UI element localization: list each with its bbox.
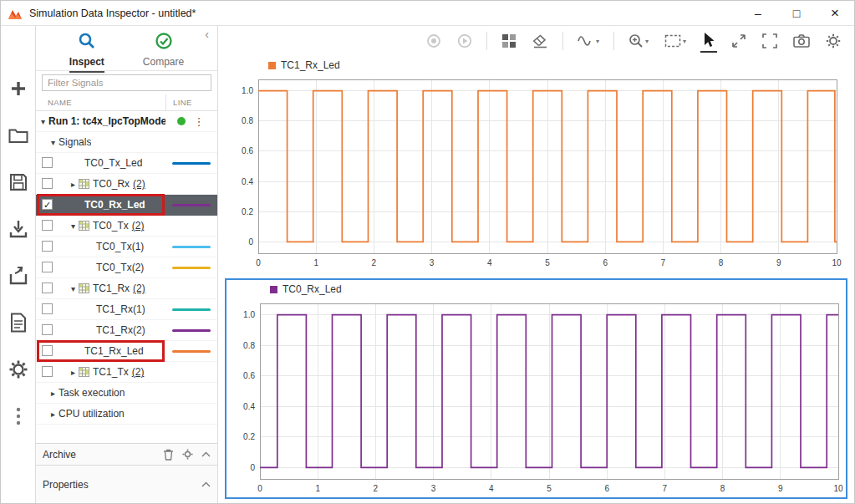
title-bar: Simulation Data Inspector - untitled* – … bbox=[1, 1, 854, 26]
svg-text:0: 0 bbox=[248, 237, 253, 247]
signal-checkbox[interactable] bbox=[42, 241, 53, 252]
signal-checkbox[interactable] bbox=[42, 178, 53, 189]
row-label: TC0_Rx bbox=[93, 178, 130, 190]
run-row[interactable]: ▾Run 1: tc4x_IpcTopModel[⋮ bbox=[36, 111, 217, 132]
chevron-up-icon[interactable] bbox=[201, 481, 211, 487]
signal-checkbox[interactable] bbox=[42, 220, 53, 231]
clear-plots-eraser-icon[interactable] bbox=[531, 32, 550, 51]
expand-arrow-icon[interactable]: ▸ bbox=[51, 410, 55, 419]
collapse-arrow-icon[interactable]: ▾ bbox=[71, 221, 75, 231]
signal-checkbox[interactable] bbox=[42, 157, 53, 168]
subplot-layout-icon[interactable] bbox=[500, 31, 518, 51]
trash-icon[interactable] bbox=[163, 449, 174, 461]
signal-checkbox[interactable] bbox=[42, 366, 53, 377]
tree-row[interactable]: ▸TC0_Rx(2) bbox=[36, 174, 217, 195]
compare-check-icon bbox=[155, 32, 173, 53]
tree-row[interactable]: ▸TC1_Tx(2) bbox=[36, 362, 217, 383]
plot-area: ▾ ▾ ▾ bbox=[218, 26, 854, 503]
signal-checkbox[interactable] bbox=[42, 262, 53, 272]
collapse-arrow-icon[interactable]: ▾ bbox=[51, 138, 55, 147]
collapse-arrow-icon[interactable]: ▾ bbox=[71, 284, 75, 293]
signal-checkbox[interactable]: ✓ bbox=[42, 199, 53, 210]
signal-row[interactable]: ✓TC0_Rx_Led bbox=[36, 195, 217, 216]
svg-text:4: 4 bbox=[487, 258, 492, 267]
signal-checkbox[interactable] bbox=[42, 303, 53, 314]
preferences-gear-icon[interactable] bbox=[8, 359, 29, 380]
toolbar-separator bbox=[613, 32, 614, 50]
expand-arrow-icon[interactable]: ▸ bbox=[51, 389, 55, 398]
expand-arrow-icon[interactable]: ▸ bbox=[71, 368, 75, 377]
save-icon[interactable] bbox=[8, 171, 29, 193]
expand-plot-icon[interactable] bbox=[730, 31, 748, 51]
svg-text:7: 7 bbox=[661, 258, 666, 267]
minimize-button[interactable]: – bbox=[739, 1, 777, 26]
report-icon[interactable] bbox=[8, 312, 29, 333]
zoom-in-icon[interactable]: ▾ bbox=[627, 31, 650, 51]
tree-row[interactable]: ▾TC1_Rx(2) bbox=[36, 278, 217, 299]
svg-text:0.2: 0.2 bbox=[243, 432, 255, 441]
add-icon[interactable] bbox=[8, 78, 29, 99]
signal-tree: ▾Run 1: tc4x_IpcTopModel[⋮▾SignalsTC0_Tx… bbox=[36, 111, 217, 443]
snapshot-camera-icon[interactable] bbox=[791, 32, 812, 50]
open-folder-icon[interactable] bbox=[8, 125, 29, 146]
archive-bar[interactable]: Archive bbox=[36, 443, 217, 465]
plot-canvas[interactable]: 01234567891000.20.40.60.81.0 bbox=[225, 73, 847, 272]
element-count-link[interactable]: (2) bbox=[132, 366, 145, 378]
signal-row[interactable]: TC1_Rx(1) bbox=[36, 299, 217, 320]
signal-checkbox[interactable] bbox=[42, 345, 53, 356]
signal-row[interactable]: TC0_Tx(1) bbox=[36, 237, 217, 257]
signal-row[interactable]: TC0_Tx(2) bbox=[36, 257, 217, 278]
legend-color-swatch bbox=[270, 286, 277, 293]
filter-signals-input[interactable] bbox=[42, 74, 211, 91]
run-menu-icon[interactable]: ⋮ bbox=[192, 115, 206, 128]
pointer-tool-icon[interactable] bbox=[700, 29, 717, 53]
signal-line-swatch bbox=[172, 162, 211, 165]
tree-row[interactable]: ▸CPU utilization bbox=[36, 404, 217, 425]
properties-bar[interactable]: Properties bbox=[36, 465, 217, 503]
tree-row[interactable]: ▾TC0_Tx(2) bbox=[36, 216, 217, 237]
svg-text:5: 5 bbox=[545, 258, 550, 267]
signal-browser-panel: Inspect Compare ‹ NAME LINE ▾Run 1: tc4x… bbox=[36, 26, 218, 503]
row-label: TC0_Tx(1) bbox=[96, 241, 144, 252]
zoom-region-icon[interactable]: ▾ bbox=[663, 32, 688, 50]
signal-checkbox[interactable] bbox=[42, 324, 53, 335]
chevron-up-icon[interactable] bbox=[201, 451, 211, 457]
svg-text:8: 8 bbox=[719, 258, 724, 267]
signal-line-swatch bbox=[172, 308, 211, 311]
svg-text:0.2: 0.2 bbox=[242, 207, 253, 216]
record-icon[interactable] bbox=[425, 31, 443, 51]
svg-text:3: 3 bbox=[430, 258, 435, 267]
export-icon[interactable] bbox=[8, 265, 29, 287]
run-icon[interactable] bbox=[455, 31, 474, 51]
signal-style-icon[interactable]: ▾ bbox=[576, 32, 601, 50]
tree-row[interactable]: ▸Task execution bbox=[36, 383, 217, 404]
import-icon[interactable] bbox=[8, 218, 29, 240]
element-count-link[interactable]: (2) bbox=[133, 178, 145, 190]
tree-row[interactable]: ▾Signals bbox=[36, 132, 217, 153]
fit-to-view-icon[interactable] bbox=[761, 31, 779, 51]
element-count-link[interactable]: (2) bbox=[133, 283, 145, 294]
svg-text:1: 1 bbox=[313, 258, 318, 267]
plot-canvas[interactable]: 01234567891000.20.40.60.81.0 bbox=[226, 297, 846, 497]
collapse-arrow-icon[interactable]: ▾ bbox=[41, 117, 45, 126]
tab-inspect[interactable]: Inspect bbox=[61, 30, 113, 70]
expand-arrow-icon[interactable]: ▸ bbox=[71, 180, 75, 189]
tab-compare[interactable]: Compare bbox=[135, 30, 192, 70]
element-count-link[interactable]: (2) bbox=[132, 220, 145, 232]
signal-line-swatch bbox=[172, 350, 211, 353]
plot-settings-gear-icon[interactable] bbox=[824, 31, 842, 51]
collapse-sidebar-button[interactable]: ‹ bbox=[201, 28, 212, 41]
more-options-icon[interactable] bbox=[8, 405, 29, 427]
subplot-2[interactable]: TC0_Rx_Led 01234567891000.20.40.60.81.0 bbox=[225, 278, 847, 499]
close-button[interactable]: × bbox=[816, 1, 854, 26]
matrix-signal-icon bbox=[79, 283, 89, 293]
signal-row[interactable]: TC1_Rx_Led bbox=[36, 341, 217, 362]
signal-row[interactable]: TC1_Rx(2) bbox=[36, 320, 217, 341]
maximize-button[interactable]: □ bbox=[777, 1, 816, 26]
signal-row[interactable]: TC0_Tx_Led bbox=[36, 153, 217, 174]
tab-inspect-label: Inspect bbox=[69, 56, 104, 73]
signal-checkbox[interactable] bbox=[42, 283, 53, 293]
subplot-1[interactable]: TC1_Rx_Led 01234567891000.20.40.60.81.0 bbox=[225, 58, 847, 272]
row-label: TC0_Tx_Led bbox=[84, 157, 142, 169]
archive-settings-gear-icon[interactable] bbox=[182, 449, 193, 460]
